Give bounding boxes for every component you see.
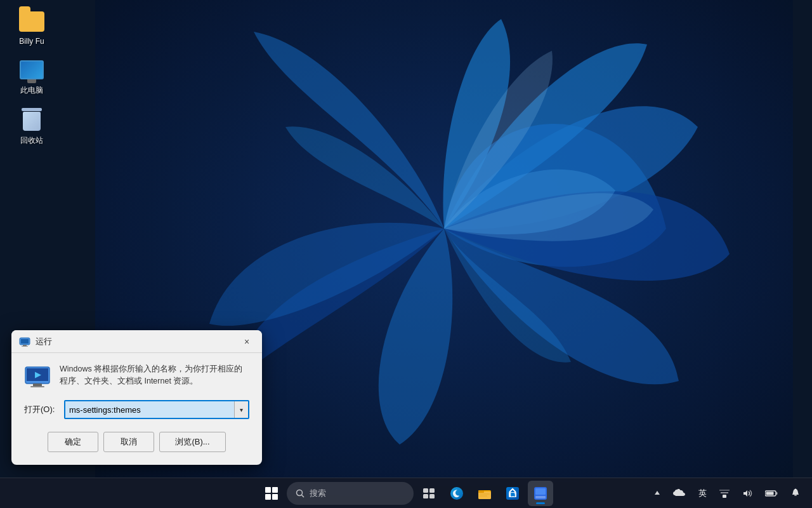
- onedrive-icon: [673, 489, 686, 498]
- svg-point-10: [297, 490, 303, 495]
- svg-line-11: [302, 495, 304, 497]
- svg-rect-8: [30, 386, 44, 387]
- taskbar-app-active[interactable]: [528, 481, 553, 506]
- desktop-icon-billy-fu[interactable]: Billy Fu: [6, 6, 57, 48]
- dialog-titlebar: 运行 ×: [11, 330, 262, 353]
- svg-rect-3: [23, 345, 27, 346]
- taskbar: 搜索: [0, 478, 812, 508]
- notification-icon-button[interactable]: [787, 486, 804, 501]
- notification-icon: [790, 488, 801, 498]
- edge-icon: [450, 486, 464, 500]
- svg-rect-25: [535, 496, 546, 498]
- svg-rect-15: [429, 494, 435, 498]
- svg-rect-14: [423, 494, 428, 498]
- active-indicator: [536, 502, 545, 504]
- network-icon-button[interactable]: [716, 486, 733, 500]
- volume-icon-button[interactable]: [738, 486, 756, 500]
- svg-rect-31: [776, 492, 778, 495]
- monitor-icon: [20, 60, 44, 79]
- task-view-button[interactable]: [416, 481, 442, 506]
- ok-button[interactable]: 确定: [48, 432, 98, 452]
- input-wrapper: ▾: [64, 400, 249, 419]
- taskbar-app-store[interactable]: ⛟: [500, 481, 525, 506]
- svg-point-33: [795, 488, 796, 490]
- svg-text:▶: ▶: [35, 370, 41, 379]
- active-app-icon: [534, 486, 547, 500]
- folder-icon: [19, 11, 44, 32]
- cancel-button[interactable]: 取消: [103, 432, 154, 452]
- run-icon: ▶: [24, 363, 51, 390]
- language-text: 英: [698, 488, 707, 499]
- start-button[interactable]: [259, 481, 284, 506]
- show-hidden-icons-button[interactable]: [650, 487, 664, 500]
- battery-icon: [765, 490, 778, 497]
- desktop-icons: Billy Fu 此电脑 回收站: [6, 6, 57, 149]
- recycle-icon: [21, 108, 43, 132]
- taskbar-center: 搜索: [259, 481, 553, 506]
- dialog-title-text: 运行: [36, 336, 52, 347]
- svg-rect-26: [723, 495, 726, 498]
- search-placeholder: 搜索: [310, 488, 326, 499]
- browse-button[interactable]: 浏览(B)...: [159, 432, 225, 452]
- dialog-close-button[interactable]: ×: [239, 334, 254, 349]
- dropdown-button[interactable]: ▾: [234, 401, 248, 418]
- network-icon: [719, 489, 730, 498]
- taskbar-app-edge[interactable]: [444, 481, 469, 506]
- open-label: 打开(O):: [24, 404, 59, 415]
- billy-fu-label: Billy Fu: [19, 37, 44, 46]
- desktop: Billy Fu 此电脑 回收站: [0, 0, 812, 508]
- chevron-up-icon: [654, 490, 660, 497]
- search-icon: [296, 489, 304, 498]
- dialog-description: Windows 将根据你所输入的名称，为你打开相应的程序、文件夹、文档或 Int…: [60, 363, 249, 387]
- run-dialog: 运行 × ▶ Windows 将根据你所输入的名称，为你打开相应的程序、: [11, 330, 262, 465]
- svg-rect-7: [33, 384, 42, 386]
- this-pc-label: 此电脑: [20, 85, 43, 96]
- search-bar[interactable]: 搜索: [287, 482, 414, 505]
- taskbar-app-file-explorer[interactable]: [472, 481, 497, 506]
- taskbar-system-tray: 英: [650, 485, 804, 502]
- svg-rect-27: [721, 492, 728, 493]
- task-view-icon: [422, 488, 435, 499]
- recycle-bin-label: 回收站: [20, 135, 43, 146]
- svg-rect-2: [21, 339, 29, 344]
- svg-rect-24: [535, 488, 546, 495]
- language-indicator[interactable]: 英: [695, 485, 710, 502]
- store-icon: ⛟: [506, 486, 520, 500]
- onedrive-icon-button[interactable]: [669, 486, 690, 500]
- svg-rect-32: [794, 495, 797, 496]
- windows-logo-icon: [265, 487, 278, 500]
- svg-rect-28: [719, 490, 730, 491]
- desktop-icon-recycle-bin[interactable]: 回收站: [6, 105, 57, 149]
- svg-rect-19: [478, 490, 484, 493]
- volume-icon: [742, 489, 752, 498]
- svg-rect-4: [22, 346, 28, 347]
- desktop-icon-this-pc[interactable]: 此电脑: [6, 55, 57, 98]
- run-input[interactable]: [65, 401, 234, 418]
- svg-rect-12: [423, 488, 428, 493]
- svg-point-16: [450, 487, 463, 500]
- svg-rect-13: [429, 488, 435, 493]
- file-explorer-icon: [478, 486, 492, 500]
- battery-icon-button[interactable]: [761, 487, 782, 500]
- svg-rect-30: [766, 491, 774, 495]
- dialog-buttons: 确定 取消 浏览(B)...: [24, 432, 249, 452]
- run-title-icon: [19, 336, 30, 347]
- svg-text:⛟: ⛟: [511, 493, 515, 497]
